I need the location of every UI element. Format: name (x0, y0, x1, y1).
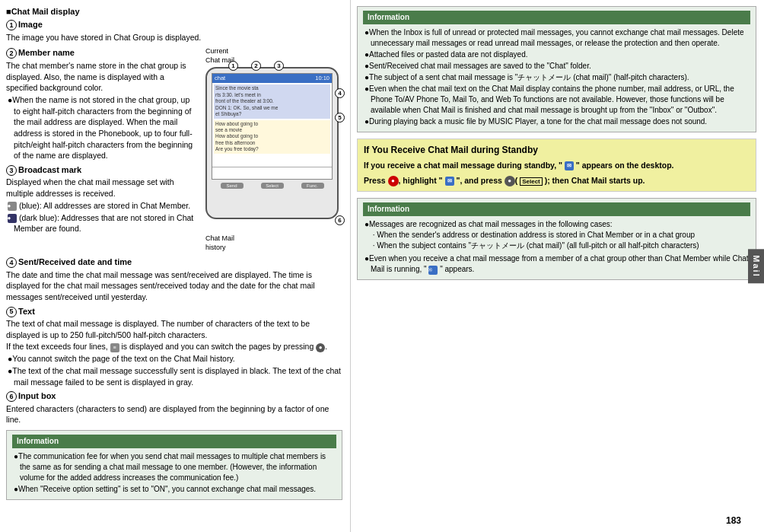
mail-sidebar-label: Mail (748, 249, 764, 283)
bullet-broadcast-2: ● (dark blue): Addresses that are not st… (6, 212, 198, 234)
heading-text: Text (18, 306, 35, 317)
num-4: 4 (6, 257, 17, 268)
num-2: 2 (6, 48, 17, 59)
heading-image: Image (18, 19, 43, 30)
left-column: ■Chat Mail display 1 Image The image you… (0, 0, 350, 532)
chat-icon-2: ✉ (445, 177, 454, 186)
chat-title-bar: chat 10:10 (212, 74, 332, 84)
section-inputbox: 6 Input box Entered characters (characte… (6, 390, 342, 425)
press-btn: ● (388, 176, 399, 186)
chat-screen: chat 10:10 Since the movie sta rts 3:30.… (212, 73, 333, 180)
section-image: 1 Image The image you have stored in Cha… (6, 19, 342, 43)
info-box-left: Information ●The communication fee for w… (6, 430, 342, 500)
right-column: Information ●When the Inbox is full of u… (350, 0, 764, 532)
diag-2: 2 (251, 61, 261, 71)
standby-title: If You Receive Chat Mail during Standby (364, 144, 750, 157)
heading-member: Member name (18, 47, 75, 59)
text-exceed: If the text exceeds four lines, ≡ is dis… (6, 341, 342, 352)
r-bullet-6: ●During playing back a music file by MUS… (363, 116, 750, 127)
heading-inputbox: Input box (18, 390, 56, 402)
text-image: The image you have stored in Chat Group … (6, 32, 342, 43)
diagram-device-area: CurrentChat mail 1 2 3 4 5 chat 10:10 (205, 47, 342, 252)
num-1: 1 (6, 20, 17, 30)
btn-send: Send (221, 183, 244, 189)
chat-time: 10:10 (315, 75, 329, 83)
num-3: 3 (6, 165, 17, 176)
bullet-member: ●When the name is not stored in the chat… (6, 94, 198, 161)
heading-datetime: Sent/Received date and time (18, 256, 132, 268)
blue-icon: ● (8, 202, 17, 211)
info-box-right-top: Information ●When the Inbox is full of u… (357, 6, 756, 132)
diag-6: 6 (335, 215, 345, 225)
diag-5: 5 (335, 113, 345, 123)
text-datetime: The date and time the chat mail message … (6, 269, 342, 303)
standby-section: If You Receive Chat Mail during Standby … (357, 139, 756, 192)
text-text-desc: The text of chat mail message is display… (6, 318, 342, 340)
section-broadcast: 3 Broadcast mark Displayed when the chat… (6, 164, 198, 234)
diag-3: 3 (274, 61, 284, 71)
msg-1: Since the movie sta rts 3:30. let's meet… (214, 84, 330, 118)
info-box-right-bottom-title: Information (363, 202, 750, 216)
r-bullet-4: ●The subject of a sent chat mail message… (363, 72, 750, 83)
diagram-area: 2 Member name The chat member's name sto… (6, 47, 342, 252)
history-label: Chat Mailhistory (205, 234, 342, 252)
text-member: The chat member's name store in the chat… (6, 60, 198, 94)
r2-bullet-1: ●Messages are recognized as chat mail me… (363, 219, 750, 251)
num-5: 5 (6, 307, 17, 317)
r2-bullet-2: ●Even when you receive a chat mail messa… (363, 253, 750, 275)
chat-device: chat 10:10 Since the movie sta rts 3:30.… (205, 67, 339, 219)
r-bullet-1: ●When the Inbox is full of unread or pro… (363, 27, 750, 49)
info-bullet-1: ●The communication fee for when you send… (12, 451, 336, 483)
darkblue-icon: ● (8, 214, 17, 223)
chat-title: chat (215, 75, 225, 83)
heading-broadcast: Broadcast mark (18, 164, 81, 176)
page-number: 183 (726, 514, 741, 527)
chat-icon-3: ✉ (428, 266, 438, 275)
bullet-broadcast-1: ● (blue): All addresses are stored in Ch… (6, 200, 198, 212)
section-text: 5 Text The text of chat mail message is … (6, 306, 342, 388)
standby-bold-2: Press ●, highlight " ✉ ", and press ●( S… (364, 176, 645, 185)
num-6: 6 (6, 391, 17, 402)
btn-func: Func. (301, 183, 324, 189)
select-label: Select (520, 177, 543, 186)
text-broadcast: Displayed when the chat mail message set… (6, 177, 198, 199)
standby-text-2: Press ●, highlight " ✉ ", and press ●( S… (364, 175, 750, 187)
left-title: ■Chat Mail display (6, 6, 342, 18)
info-box-right-top-title: Information (363, 11, 750, 24)
select-btn: ● (505, 176, 515, 186)
info-bullet-2: ●When "Receive option setting" is set to… (12, 484, 336, 495)
r-bullet-2: ●Attached files or pasted data are not d… (363, 49, 750, 60)
bullet-text-1: ●You cannot switch the page of the text … (6, 353, 342, 365)
nav-icon: ● (316, 343, 325, 352)
bullet-text-2: ●The text of the chat mail message succe… (6, 365, 342, 387)
chat-messages: Since the movie sta rts 3:30. let's meet… (212, 83, 332, 153)
input-box-area (212, 167, 332, 179)
standby-text-1: If you receive a chat mail message durin… (364, 160, 750, 172)
text-inputbox: Entered characters (characters to send) … (6, 403, 342, 425)
page-icon: ≡ (110, 343, 119, 352)
chat-icon: ✉ (565, 161, 574, 170)
info-box-left-title: Information (12, 435, 336, 448)
standby-bold-1: If you receive a chat mail message durin… (364, 161, 673, 170)
r-bullet-5: ●Even when the chat mail text on the Cha… (363, 84, 750, 116)
diag-1: 1 (228, 61, 238, 71)
info-box-right-bottom: Information ●Messages are recognized as … (357, 198, 756, 280)
section-datetime: 4 Sent/Received date and time The date a… (6, 256, 342, 302)
r-bullet-3: ●Sent/Received chat mail messages are sa… (363, 61, 750, 72)
device-wrapper: 1 2 3 4 5 chat 10:10 Since the movie sta (205, 67, 339, 219)
device-buttons: Send Select Func. (212, 183, 333, 189)
section-member: 2 Member name The chat member's name sto… (6, 47, 198, 161)
msg-2: How about going to see a movie How about… (214, 120, 330, 154)
diag-4: 4 (335, 88, 345, 98)
btn-select: Select (261, 183, 284, 189)
diagram-left: 2 Member name The chat member's name sto… (6, 47, 198, 252)
